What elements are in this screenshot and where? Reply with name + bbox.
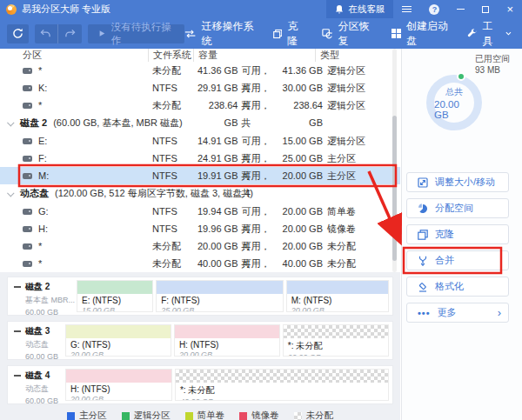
- partition-icon: [23, 261, 32, 267]
- maximize-button[interactable]: [473, 0, 498, 18]
- type-value: 镜像卷: [323, 220, 400, 237]
- undo-button[interactable]: [35, 24, 58, 43]
- table-row[interactable]: G: NTFS 19.94 GB可用，共20.00 GB 简单卷: [0, 203, 400, 220]
- legend: 主分区 逻辑分区 简单卷 镜像卷 未分配: [7, 410, 393, 420]
- fs-value: 未分配: [148, 255, 193, 272]
- table-row[interactable]: H: NTFS 19.96 GB可用，共20.00 GB 镜像卷: [0, 220, 400, 237]
- collapse-icon[interactable]: [14, 286, 21, 288]
- partition-list-panel: 分区 文件系统 容量 类型 * 未分配 41.36 GB可用，共41.36 GB…: [0, 49, 400, 420]
- menu-button[interactable]: [393, 0, 420, 18]
- partition-recovery-button[interactable]: 分区恢复: [322, 19, 374, 49]
- map-partition[interactable]: E: (NTFS) 15.00 GB: [77, 280, 153, 312]
- type-value: 逻辑分区: [323, 132, 400, 150]
- map-partition[interactable]: G: (NTFS) 20.00 GB: [65, 324, 171, 357]
- play-icon: [98, 30, 105, 37]
- merge-label: 合并: [435, 254, 454, 267]
- table-row[interactable]: * 未分配 20.00 GB可用，共20.00 GB 未分配: [0, 237, 400, 255]
- type-value: 逻辑分区: [323, 97, 400, 114]
- partition-name: K:: [38, 79, 47, 97]
- refresh-button[interactable]: [7, 24, 29, 43]
- map-partition[interactable]: M: (NTFS) 20.00 GB: [286, 280, 389, 312]
- partition-band-mirrored: [175, 325, 279, 338]
- map-partition[interactable]: F: (NTFS) 25.00 GB: [156, 280, 283, 312]
- map-partition-unallocated[interactable]: *: 未分配 20.00 GB: [283, 324, 389, 357]
- partition-band-unallocated: [284, 325, 388, 338]
- undo-icon: [40, 29, 51, 38]
- minimize-button[interactable]: [448, 0, 473, 18]
- tools-button[interactable]: 工具: [467, 19, 512, 49]
- type-value: 未分配: [323, 237, 400, 255]
- format-icon: [418, 282, 428, 292]
- partition-icon: [23, 209, 32, 215]
- refresh-icon: [12, 28, 23, 39]
- allocate-space-button[interactable]: 分配空间: [406, 198, 509, 218]
- map-partition[interactable]: H: (NTFS) 20.00 GB: [65, 369, 172, 401]
- disk-group-header[interactable]: 磁盘 2 (60.00 GB, 基本盘, MBR 磁盘): [0, 114, 400, 132]
- redo-button[interactable]: [58, 24, 82, 43]
- col-filesystem: 文件系统: [148, 49, 193, 62]
- table-row-selected[interactable]: M: NTFS 19.91 GB可用，共20.00 GB 主分区: [0, 167, 400, 184]
- fs-value: 未分配: [148, 62, 193, 79]
- map-partition[interactable]: H: (NTFS) 20.00 GB: [174, 324, 280, 357]
- clone-icon: [273, 29, 282, 39]
- resize-move-button[interactable]: 调整大小/移动: [406, 172, 509, 192]
- merge-button[interactable]: 合并: [406, 250, 509, 270]
- map-partition-unallocated[interactable]: *: 未分配 40.00 GB: [175, 369, 389, 401]
- disk-map-card: 磁盘 4 动态盘 60.00 GB H: (NTFS) 20.00 GB *: …: [7, 365, 393, 404]
- more-button[interactable]: ••• 更多 ›: [406, 303, 509, 323]
- disk-map-card: 磁盘 3 动态盘 60.00 GB G: (NTFS) 20.00 GB H: …: [7, 321, 393, 360]
- format-button[interactable]: 格式化: [406, 277, 509, 297]
- table-row[interactable]: * 未分配 41.36 GB可用，共41.36 GB 逻辑分区: [0, 62, 400, 79]
- allocate-space-label: 分配空间: [435, 202, 473, 215]
- app-logo-icon: [6, 4, 17, 15]
- online-support-button[interactable]: 在线客服: [326, 0, 393, 18]
- disk-group-details: (60.00 GB, 基本盘, MBR 磁盘): [53, 114, 183, 132]
- partition-band-logical: [77, 281, 152, 294]
- allocate-space-icon: [418, 203, 428, 214]
- disk-group-header[interactable]: 动态盘 (120.00 GB, 512 每扇区字节数, 磁盘 3, 磁盘 4): [0, 184, 400, 203]
- resize-move-label: 调整大小/移动: [435, 176, 495, 189]
- clone-label: 克隆: [287, 19, 305, 49]
- partition-icon: [23, 68, 32, 74]
- partition-icon: [23, 226, 32, 232]
- toolbar: 没有待执行操作 迁移操作系统 克隆 分区恢复 创建启动盘 工具: [0, 18, 522, 49]
- clone-button[interactable]: 克隆: [273, 19, 305, 49]
- map-disk-size: 60.00 GB: [14, 308, 75, 317]
- partition-name: E:: [38, 132, 47, 150]
- help-button[interactable]: ?: [420, 0, 448, 18]
- chevron-down-icon: [7, 119, 14, 126]
- scrollbar-thumb[interactable]: [392, 116, 397, 261]
- create-bootable-disk-button[interactable]: 创建启动盘: [392, 19, 452, 49]
- table-row[interactable]: E: NTFS 14.91 GB可用，共15.00 GB 逻辑分区: [0, 132, 400, 150]
- resize-move-icon: [418, 177, 428, 188]
- partition-icon: [23, 156, 32, 162]
- more-dots-icon: •••: [418, 310, 431, 316]
- type-value: 未分配: [323, 255, 400, 272]
- migrate-os-button[interactable]: 迁移操作系统: [184, 19, 257, 49]
- table-row[interactable]: F: NTFS 24.91 GB可用，共25.00 GB 主分区: [0, 150, 400, 167]
- collapse-icon[interactable]: [14, 330, 21, 332]
- partition-recovery-icon: [322, 28, 332, 40]
- pending-operations-button[interactable]: 没有待执行操作: [88, 24, 185, 43]
- clone-partition-label: 克隆: [435, 228, 454, 241]
- legend-logical-swatch: [122, 412, 130, 420]
- clone-partition-button[interactable]: 克隆: [406, 224, 509, 244]
- tools-wrench-icon: [467, 28, 477, 39]
- table-row[interactable]: * 未分配 40.00 GB可用，共40.00 GB 未分配: [0, 255, 400, 272]
- partition-name: *: [38, 97, 42, 114]
- donut-total-value: 20.00 GB: [434, 99, 474, 120]
- table-scrollbar[interactable]: [392, 49, 397, 272]
- pending-operations-label: 没有待执行操作: [111, 21, 175, 47]
- table-row[interactable]: * 未分配 238.64 GB可用，共238.64 GB 逻辑分区: [0, 97, 400, 114]
- col-capacity: 容量: [193, 49, 315, 62]
- format-label: 格式化: [435, 280, 464, 293]
- tools-label: 工具: [483, 19, 501, 49]
- collapse-icon[interactable]: [14, 375, 21, 377]
- fs-value: NTFS: [148, 167, 193, 184]
- close-button[interactable]: ×: [498, 0, 522, 18]
- partition-band-primary: [157, 281, 282, 294]
- chevron-down-icon: [7, 190, 14, 197]
- partition-name: *: [38, 62, 42, 79]
- table-row[interactable]: K: NTFS 29.91 GB可用，共30.00 GB 逻辑分区: [0, 79, 400, 97]
- create-bootable-disk-label: 创建启动盘: [406, 19, 451, 49]
